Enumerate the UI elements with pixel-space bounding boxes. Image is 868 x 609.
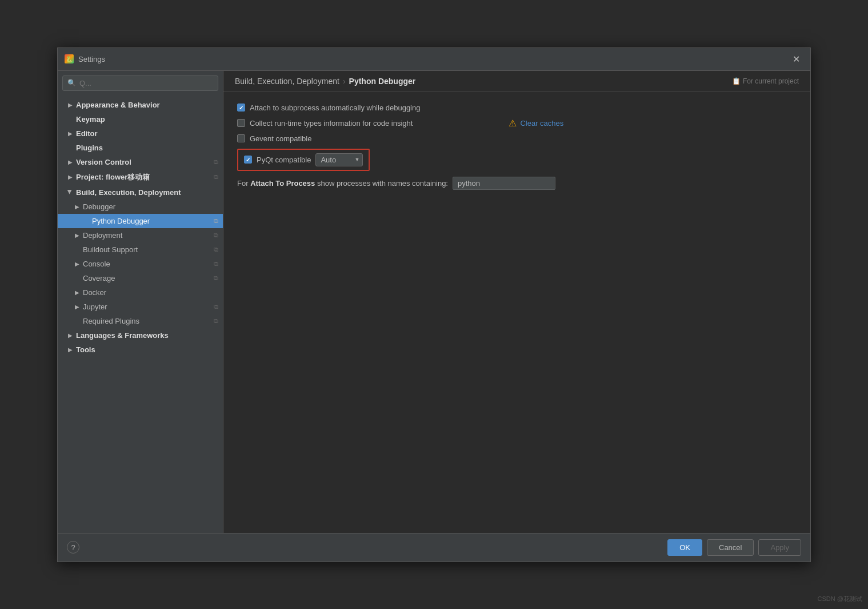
sidebar-item-label: Version Control	[76, 158, 211, 166]
expand-arrow: ▶	[67, 332, 74, 339]
copy-icon: ⧉	[214, 317, 218, 325]
sidebar-item-label: Jupyter	[83, 302, 211, 311]
breadcrumb: Build, Execution, Deployment › Python De…	[235, 77, 415, 86]
copy-icon: ⧉	[214, 246, 218, 253]
sidebar-item-docker[interactable]: ▶ Docker	[58, 285, 223, 300]
help-icon-label: ?	[71, 543, 75, 552]
sidebar-item-label: Python Debugger	[92, 217, 211, 225]
sidebar-item-editor[interactable]: ▶ Editor	[58, 126, 223, 141]
sidebar-item-version-control[interactable]: ▶ Version Control ⧉	[58, 155, 223, 169]
copy-icon: ⧉	[214, 303, 218, 311]
sidebar: 🔍 ▶ Appearance & Behavior ▶ Keymap ▶ Edi…	[58, 71, 223, 533]
sidebar-item-label: Console	[83, 260, 211, 268]
copy-icon: ⧉	[214, 260, 218, 268]
collect-runtime-label: Collect run-time types information for c…	[250, 119, 413, 128]
collect-runtime-checkbox[interactable]	[237, 119, 245, 127]
expand-arrow: ▶	[67, 346, 74, 353]
sidebar-item-label: Required Plugins	[83, 317, 211, 325]
expand-arrow: ▶	[67, 189, 74, 196]
search-box[interactable]: 🔍	[62, 75, 218, 91]
sidebar-item-tools[interactable]: ▶ Tools	[58, 343, 223, 357]
sidebar-item-required-plugins[interactable]: ▶ Required Plugins ⧉	[58, 314, 223, 328]
copy-icon: ⧉	[214, 274, 218, 282]
sidebar-item-keymap[interactable]: ▶ Keymap	[58, 112, 223, 126]
pyqt-checkbox[interactable]	[244, 156, 252, 164]
expand-arrow: ▶	[74, 289, 81, 296]
watermark: CSDN @花测试	[818, 595, 862, 603]
sidebar-item-label: Build, Execution, Deployment	[76, 188, 218, 197]
cancel-button[interactable]: Cancel	[707, 539, 754, 556]
project-icon: 📋	[732, 77, 741, 85]
sidebar-item-label: Keymap	[76, 115, 218, 124]
sidebar-item-label: Project: flower移动箱	[76, 172, 211, 182]
sidebar-item-label: Plugins	[76, 144, 218, 152]
pyqt-label: PyQt compatible	[257, 156, 311, 164]
expand-arrow: ▶	[74, 203, 81, 210]
window-title: Settings	[78, 55, 105, 63]
nav-tree: ▶ Appearance & Behavior ▶ Keymap ▶ Edito…	[58, 95, 223, 533]
sidebar-item-label: Editor	[76, 129, 218, 138]
project-scope-text: For current project	[743, 77, 799, 85]
sidebar-item-label: Docker	[83, 288, 218, 297]
clear-caches-button[interactable]: Clear caches	[520, 119, 563, 128]
title-bar: 🐍 Settings ✕	[58, 48, 810, 71]
project-scope-label: 📋 For current project	[732, 77, 799, 85]
attach-process-text: For Attach To Process show processes wit…	[237, 179, 448, 188]
sidebar-item-debugger[interactable]: ▶ Debugger	[58, 200, 223, 214]
sidebar-item-coverage[interactable]: ▶ Coverage ⧉	[58, 271, 223, 285]
expand-arrow: ▶	[67, 174, 74, 181]
sidebar-item-python-debugger[interactable]: ▶ Python Debugger ⧉	[58, 214, 223, 228]
pyqt-dropdown[interactable]: Auto PyQt4 PyQt5 PySide PySide2	[315, 153, 363, 166]
pyqt-dropdown-wrap[interactable]: Auto PyQt4 PyQt5 PySide PySide2	[315, 153, 363, 166]
app-icon: 🐍	[65, 54, 74, 63]
sidebar-item-build[interactable]: ▶ Build, Execution, Deployment	[58, 185, 223, 200]
expand-arrow: ▶	[74, 260, 81, 267]
sidebar-item-label: Coverage	[83, 274, 211, 282]
copy-icon: ⧉	[214, 217, 218, 225]
gevent-checkbox[interactable]	[237, 134, 245, 142]
main-content: Build, Execution, Deployment › Python De…	[223, 71, 810, 533]
sidebar-item-label: Deployment	[83, 231, 211, 240]
copy-icon: ⧉	[214, 158, 218, 166]
sidebar-item-buildout[interactable]: ▶ Buildout Support ⧉	[58, 242, 223, 257]
breadcrumb-bar: Build, Execution, Deployment › Python De…	[223, 71, 810, 92]
sidebar-item-label: Debugger	[83, 202, 218, 211]
expand-arrow: ▶	[67, 130, 74, 137]
sidebar-item-appearance[interactable]: ▶ Appearance & Behavior	[58, 98, 223, 112]
ok-button[interactable]: OK	[667, 539, 702, 556]
settings-body: Attach to subprocess automatically while…	[223, 92, 810, 533]
attach-subprocess-row: Attach to subprocess automatically while…	[237, 104, 797, 112]
attach-process-row: For Attach To Process show processes wit…	[237, 177, 797, 190]
process-name-input[interactable]	[453, 177, 555, 190]
footer-buttons: OK Cancel Apply	[667, 539, 801, 556]
expand-arrow: ▶	[67, 101, 74, 108]
gevent-row: Gevent compatible	[237, 134, 797, 143]
breadcrumb-separator: ›	[343, 77, 346, 86]
sidebar-item-label: Tools	[76, 345, 218, 354]
copy-icon: ⧉	[214, 232, 218, 239]
breadcrumb-current: Python Debugger	[349, 77, 416, 86]
sidebar-item-jupyter[interactable]: ▶ Jupyter ⧉	[58, 300, 223, 314]
settings-window: 🐍 Settings ✕ 🔍 ▶ Appearance & Behavior ▶	[57, 47, 811, 562]
sidebar-item-deployment[interactable]: ▶ Deployment ⧉	[58, 228, 223, 242]
sidebar-item-project[interactable]: ▶ Project: flower移动箱 ⧉	[58, 169, 223, 185]
expand-arrow: ▶	[74, 303, 81, 310]
sidebar-item-languages[interactable]: ▶ Languages & Frameworks	[58, 328, 223, 343]
title-bar-left: 🐍 Settings	[65, 54, 105, 63]
sidebar-item-plugins[interactable]: ▶ Plugins	[58, 141, 223, 155]
gevent-label: Gevent compatible	[250, 134, 311, 143]
search-icon: 🔍	[67, 79, 76, 87]
help-button[interactable]: ?	[67, 541, 79, 554]
search-input[interactable]	[79, 79, 213, 87]
sidebar-item-label: Appearance & Behavior	[76, 101, 218, 109]
attach-process-bold: Attach To Process	[250, 179, 315, 188]
pyqt-row: PyQt compatible Auto PyQt4 PyQt5 PySide …	[237, 149, 370, 171]
content-area: 🔍 ▶ Appearance & Behavior ▶ Keymap ▶ Edi…	[58, 71, 810, 533]
apply-button[interactable]: Apply	[758, 539, 801, 556]
collect-runtime-row: Collect run-time types information for c…	[237, 118, 797, 129]
sidebar-item-console[interactable]: ▶ Console ⧉	[58, 257, 223, 271]
expand-arrow: ▶	[74, 232, 81, 238]
close-button[interactable]: ✕	[789, 53, 803, 66]
warning-icon: ⚠	[509, 118, 517, 129]
attach-subprocess-checkbox[interactable]	[237, 104, 245, 112]
